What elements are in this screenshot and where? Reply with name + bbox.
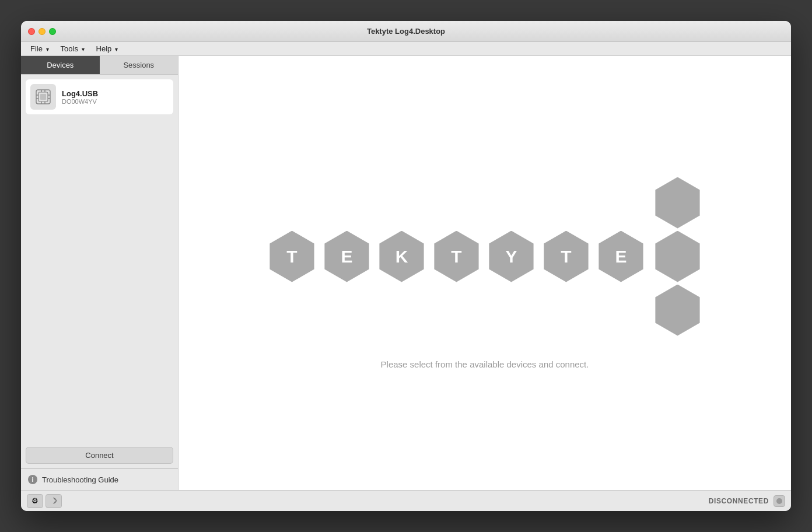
menu-bar: File ▾ Tools ▾ Help ▾ [21, 42, 791, 56]
hex-K: K [376, 231, 428, 282]
device-list: Log4.USB DO00W4YV [21, 75, 178, 447]
status-bar: ⚙ ☽ DISCONNECTED [21, 490, 791, 511]
content-area: T E K T [178, 56, 791, 490]
connection-status: DISCONNECTED [709, 497, 769, 505]
hex-logo: T E K T [265, 177, 705, 336]
tools-arrow-icon: ▾ [82, 46, 85, 52]
status-bar-left: ⚙ ☽ [27, 494, 62, 508]
sidebar: Devices Sessions [21, 56, 178, 490]
file-arrow-icon: ▾ [46, 46, 49, 52]
hex-E2: E [596, 231, 647, 282]
traffic-lights [21, 28, 56, 35]
placeholder-message: Please select from the available devices… [381, 359, 589, 369]
device-icon [30, 84, 56, 110]
menu-help[interactable]: Help ▾ [92, 43, 123, 54]
svg-rect-2 [40, 94, 46, 100]
menu-file[interactable]: File ▾ [26, 43, 54, 54]
window-title: Tektyte Log4.Desktop [367, 27, 445, 36]
app-window: Tektyte Log4.Desktop File ▾ Tools ▾ Help… [21, 21, 791, 511]
status-dot-icon [776, 498, 782, 504]
logo-container: T E K T [265, 177, 705, 369]
theme-button[interactable]: ☽ [46, 494, 62, 508]
info-icon: i [28, 475, 37, 484]
menu-tools[interactable]: Tools ▾ [56, 43, 89, 54]
hex-E: E [321, 231, 373, 282]
usb-device-icon [34, 88, 52, 106]
device-item[interactable]: Log4.USB DO00W4YV [26, 79, 173, 114]
status-indicator [774, 495, 785, 507]
minimize-button[interactable] [38, 28, 46, 35]
connect-button[interactable]: Connect [26, 447, 173, 464]
device-id: DO00W4YV [62, 98, 169, 105]
tab-devices[interactable]: Devices [21, 56, 100, 74]
device-info: Log4.USB DO00W4YV [62, 89, 169, 105]
sidebar-tabs: Devices Sessions [21, 56, 178, 75]
settings-button[interactable]: ⚙ [27, 494, 43, 508]
hex-letter-row: T E K T [265, 177, 705, 336]
hex-Y: Y [486, 231, 537, 282]
title-bar: Tektyte Log4.Desktop [21, 21, 791, 42]
troubleshooting-guide-link[interactable]: i Troubleshooting Guide [21, 468, 178, 490]
status-bar-right: DISCONNECTED [709, 495, 785, 507]
hex-deco-top [652, 177, 704, 229]
hex-cluster [650, 177, 705, 336]
hex-deco-mid [652, 231, 704, 282]
maximize-button[interactable] [49, 28, 56, 35]
hex-T3: T [541, 231, 592, 282]
help-arrow-icon: ▾ [115, 46, 118, 52]
troubleshooting-label: Troubleshooting Guide [42, 475, 118, 484]
hex-T2: T [431, 231, 482, 282]
main-layout: Devices Sessions [21, 56, 791, 490]
device-name: Log4.USB [62, 89, 169, 98]
close-button[interactable] [28, 28, 35, 35]
tab-sessions[interactable]: Sessions [100, 56, 178, 74]
hex-deco-bot [652, 285, 704, 336]
hex-T: T [267, 231, 318, 282]
